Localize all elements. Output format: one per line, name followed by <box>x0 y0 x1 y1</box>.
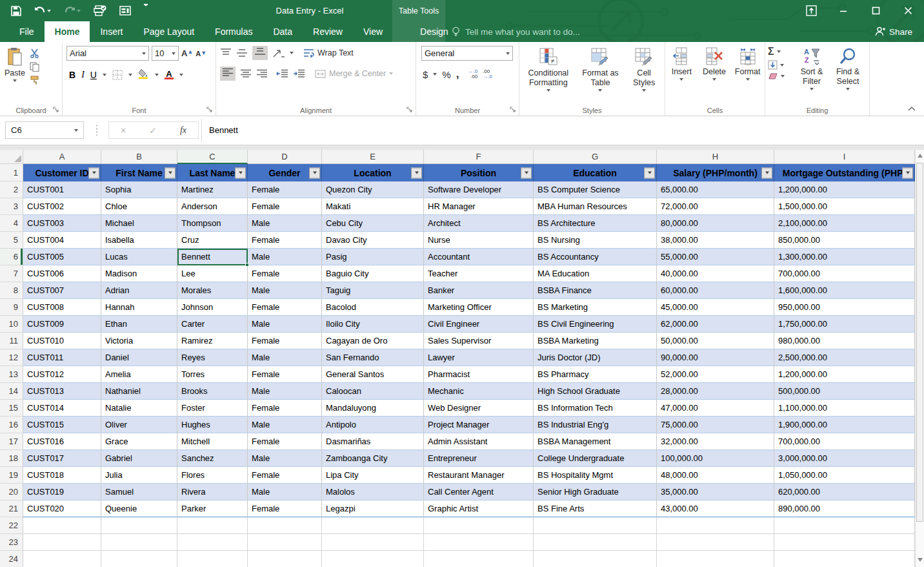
cell[interactable]: Senior High Graduate <box>534 484 657 500</box>
column-header-B[interactable]: B <box>101 150 177 164</box>
tab-page-layout[interactable]: Page Layout <box>133 21 205 42</box>
cell[interactable]: CUST010 <box>23 333 101 349</box>
align-right-button[interactable] <box>256 69 268 78</box>
cell[interactable]: 55,000.00 <box>657 249 774 265</box>
cell[interactable]: 700,000.00 <box>774 265 915 282</box>
cell[interactable]: BS Marketing <box>534 299 657 316</box>
cell[interactable]: Male <box>248 349 322 366</box>
italic-button[interactable]: I <box>81 70 85 80</box>
cell[interactable]: Male <box>248 249 322 265</box>
cell[interactable]: 950,000.00 <box>774 299 915 316</box>
row-header-22[interactable]: 22 <box>0 517 23 534</box>
cell[interactable]: CUST002 <box>23 198 101 215</box>
cell[interactable]: Taguig <box>322 282 424 299</box>
cell[interactable] <box>424 517 534 534</box>
cell[interactable]: Lipa City <box>322 467 424 484</box>
cell[interactable] <box>322 551 424 567</box>
cell[interactable]: Female <box>248 198 322 215</box>
font-color-dropdown-caret[interactable] <box>179 74 183 76</box>
cell[interactable]: 620,000.00 <box>774 484 915 500</box>
ribbon-display-options-button[interactable] <box>795 0 827 21</box>
tell-me-box[interactable]: Tell me what you want to do... <box>452 21 580 42</box>
decrease-decimal-button[interactable]: .00→.0 <box>483 69 492 79</box>
cell[interactable]: Lucas <box>101 249 177 265</box>
underline-button[interactable]: U <box>90 70 97 80</box>
increase-decimal-button[interactable]: ←.0.00 <box>468 69 477 79</box>
cell[interactable] <box>534 534 657 551</box>
cell[interactable]: CUST009 <box>23 316 101 333</box>
tab-insert[interactable]: Insert <box>90 21 133 42</box>
cell[interactable]: 43,000.00 <box>657 500 774 517</box>
row-header-10[interactable]: 10 <box>0 316 23 333</box>
cell[interactable]: Rivera <box>177 484 248 500</box>
cell[interactable] <box>322 517 424 534</box>
sort-filter-button[interactable]: AZ Sort & Filter <box>794 45 830 104</box>
cell[interactable]: Amelia <box>101 366 177 383</box>
row-header-18[interactable]: 18 <box>0 450 23 467</box>
cell[interactable]: CUST003 <box>23 215 101 232</box>
fill-color-dropdown-caret[interactable] <box>155 74 159 76</box>
cell[interactable]: 100,000.00 <box>657 450 774 467</box>
cell[interactable]: Pharmacist <box>424 366 534 383</box>
cell[interactable] <box>101 551 177 567</box>
cell[interactable]: BSBA Finance <box>534 282 657 299</box>
number-format-combo[interactable]: General <box>421 46 513 61</box>
cell[interactable]: Caloocan <box>322 383 424 400</box>
row-header-4[interactable]: 4 <box>0 215 23 232</box>
scroll-up-arrow[interactable] <box>916 150 924 161</box>
cell[interactable]: Sophia <box>101 181 177 198</box>
column-header-E[interactable]: E <box>322 150 424 164</box>
cell[interactable]: Lee <box>177 265 248 282</box>
scroll-down-arrow[interactable] <box>916 554 924 566</box>
cell[interactable]: Banker <box>424 282 534 299</box>
cell[interactable]: BS Hospitality Mgmt <box>534 467 657 484</box>
cell[interactable]: CUST019 <box>23 484 101 500</box>
cell[interactable]: CUST016 <box>23 433 101 450</box>
clear-button[interactable] <box>768 72 791 80</box>
decrease-indent-button[interactable] <box>276 69 288 78</box>
cell[interactable]: Marketing Officer <box>424 299 534 316</box>
align-bottom-button[interactable] <box>252 46 268 60</box>
cell[interactable]: Architect <box>424 215 534 232</box>
cell[interactable]: Female <box>248 232 322 249</box>
cell[interactable] <box>774 517 915 534</box>
cell[interactable]: Ethan <box>101 316 177 333</box>
cell[interactable]: Dasmariñas <box>322 433 424 450</box>
cell[interactable]: Adrian <box>101 282 177 299</box>
cell[interactable]: MBA Human Resources <box>534 198 657 215</box>
cell[interactable]: Web Designer <box>424 400 534 417</box>
minimize-button[interactable] <box>827 0 859 21</box>
cell[interactable]: Malolos <box>322 484 424 500</box>
fill-color-button[interactable] <box>138 68 149 81</box>
row-header-23[interactable]: 23 <box>0 534 23 551</box>
table-header-cell[interactable]: Last Name <box>177 164 248 181</box>
cell[interactable]: Parker <box>177 500 248 517</box>
paste-button[interactable]: Paste <box>0 45 30 104</box>
cell[interactable]: BS Fine Arts <box>534 500 657 517</box>
cell[interactable]: 40,000.00 <box>657 265 774 282</box>
redo-button[interactable] <box>62 3 83 19</box>
cell[interactable]: Teacher <box>424 265 534 282</box>
cell[interactable] <box>101 517 177 534</box>
cancel-icon[interactable]: × <box>121 125 126 136</box>
tab-home[interactable]: Home <box>45 21 90 42</box>
cell[interactable]: Sales Supervisor <box>424 333 534 349</box>
cell[interactable]: Antipolo <box>322 417 424 433</box>
cell[interactable]: CUST012 <box>23 366 101 383</box>
cell[interactable]: 1,600,000.00 <box>774 282 915 299</box>
row-header-19[interactable]: 19 <box>0 467 23 484</box>
shrink-font-button[interactable]: A▼ <box>196 50 206 57</box>
cell[interactable]: Male <box>248 484 322 500</box>
filter-button[interactable] <box>644 167 655 178</box>
cell[interactable]: CUST004 <box>23 232 101 249</box>
cell[interactable] <box>23 534 101 551</box>
cell[interactable]: Gabriel <box>101 450 177 467</box>
cut-icon[interactable] <box>30 48 41 58</box>
cell[interactable] <box>23 517 101 534</box>
cell[interactable]: CUST017 <box>23 450 101 467</box>
save-button[interactable] <box>9 3 23 19</box>
cell[interactable]: Carter <box>177 316 248 333</box>
cell[interactable]: BS Nursing <box>534 232 657 249</box>
format-painter-icon[interactable] <box>30 76 41 85</box>
filter-button[interactable] <box>761 167 772 178</box>
